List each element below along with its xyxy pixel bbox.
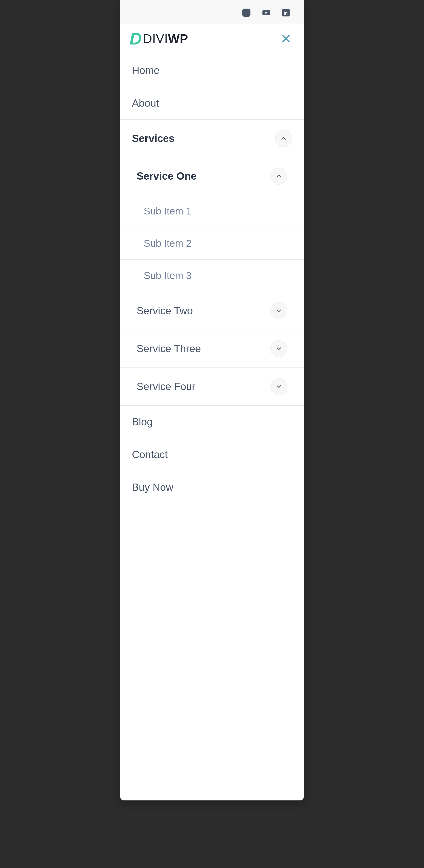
buy-now-label: Buy Now	[132, 482, 173, 493]
sub-item-3-label: Sub Item 3	[144, 270, 191, 281]
about-label: About	[132, 97, 159, 109]
services-submenu: Service One Sub Item 1 Sub Item 2	[120, 157, 304, 405]
about-link[interactable]: About	[120, 87, 304, 119]
logo-text: DIVIWP	[143, 32, 188, 46]
service-four-toggle[interactable]: Service Four	[120, 368, 304, 405]
sub-item-2-row[interactable]: Sub Item 2	[120, 227, 304, 260]
sub-item-1-label: Sub Item 1	[144, 206, 191, 217]
svg-text:in: in	[284, 10, 288, 16]
service-one-expand-button[interactable]	[270, 167, 287, 185]
service-two-toggle[interactable]: Service Two	[120, 292, 304, 330]
service-one-toggle[interactable]: Service One	[120, 157, 304, 195]
service-three-label: Service Three	[137, 343, 201, 354]
nav-menu: Home About Services	[120, 54, 304, 503]
blog-label: Blog	[132, 416, 153, 428]
blog-link[interactable]: Blog	[120, 406, 304, 438]
home-label: Home	[132, 64, 159, 76]
svg-point-1	[245, 11, 248, 14]
nav-item-about: About	[120, 87, 304, 120]
nav-item-blog: Blog	[120, 406, 304, 438]
service-four-label: Service Four	[137, 381, 195, 393]
nav-item-buy-now: Buy Now	[120, 471, 304, 503]
linkedin-icon[interactable]: in	[280, 7, 292, 19]
service-two-expand-button[interactable]	[270, 302, 287, 319]
sub-item-3-row[interactable]: Sub Item 3	[120, 260, 304, 292]
service-three-expand-button[interactable]	[270, 340, 287, 357]
services-expand-button[interactable]	[275, 130, 292, 147]
nav-item-home: Home	[120, 54, 304, 87]
contact-label: Contact	[132, 449, 168, 461]
youtube-icon[interactable]	[260, 7, 272, 19]
nav-item-services: Services Service One	[120, 120, 304, 406]
instagram-icon[interactable]	[240, 7, 252, 19]
logo-header: D DIVIWP	[120, 24, 304, 54]
home-link[interactable]: Home	[120, 54, 304, 87]
svg-point-2	[248, 10, 249, 11]
logo-letter: D	[129, 30, 142, 47]
mobile-menu: in D DIVIWP Home About	[120, 0, 304, 800]
services-toggle[interactable]: Services	[120, 120, 304, 157]
social-bar: in	[120, 0, 304, 24]
service-four-expand-button[interactable]	[270, 378, 287, 395]
contact-link[interactable]: Contact	[120, 438, 304, 471]
services-label: Services	[132, 132, 175, 144]
nav-item-contact: Contact	[120, 438, 304, 471]
logo[interactable]: D DIVIWP	[129, 30, 188, 47]
buy-now-link[interactable]: Buy Now	[120, 471, 304, 503]
service-three-toggle[interactable]: Service Three	[120, 330, 304, 368]
close-button[interactable]	[280, 32, 292, 45]
service-one-label: Service One	[137, 170, 196, 182]
service-two-label: Service Two	[137, 305, 193, 317]
sub-item-1-row[interactable]: Sub Item 1	[120, 195, 304, 227]
sub-item-2-label: Sub Item 2	[144, 238, 191, 249]
